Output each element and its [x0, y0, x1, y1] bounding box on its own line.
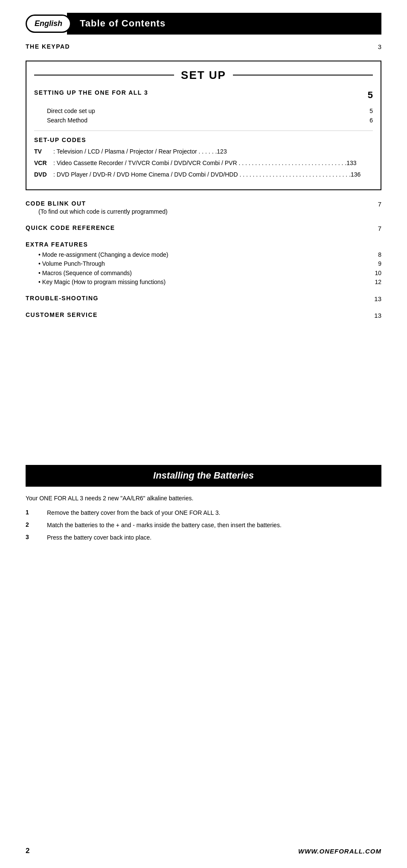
setup-box: SET UP SETTING UP THE ONE FOR ALL 3 5 Di… [26, 61, 381, 190]
search-method-row: Search Method 6 [34, 116, 373, 125]
header-title: Table of Contents [67, 13, 381, 35]
keypad-label: THE KEYPAD [26, 43, 70, 51]
extra-item-page-1: 9 [369, 260, 381, 268]
setup-line-left [34, 75, 174, 75]
extra-item-page-0: 8 [369, 251, 381, 259]
code-blink-sub: (To find out which code is currently pro… [26, 208, 362, 216]
extra-features-title: EXTRA FEATURES [26, 241, 381, 249]
vcr-code-label: VCR [34, 159, 53, 168]
dvd-code-desc: : DVD Player / DVD-R / DVD Home Cinema /… [53, 170, 373, 179]
setup-codes-section: SET-UP CODES TV : Television / LCD / Pla… [34, 131, 373, 179]
extra-item-1: • Volume Punch-Through 9 [26, 260, 381, 268]
extra-item-page-3: 12 [369, 278, 381, 287]
code-blink-label: CODE BLINK OUT [26, 200, 362, 208]
dvd-code-label: DVD [34, 170, 53, 179]
setup-line-right [233, 75, 373, 75]
batteries-step-3: 3 Press the battery cover back into plac… [26, 533, 381, 542]
vcr-code-desc: : Video Cassette Recorder / TV/VCR Combi… [53, 159, 373, 168]
footer-url: WWW.ONEFORALL.COM [298, 847, 381, 856]
extra-item-3: • Key Magic (How to program missing func… [26, 278, 381, 287]
dvd-code-row: DVD : DVD Player / DVD-R / DVD Home Cine… [34, 170, 373, 179]
batteries-section: Installing the Batteries Your ONE FOR AL… [26, 465, 381, 542]
footer: 2 WWW.ONEFORALL.COM [26, 846, 381, 856]
quick-code-page: 7 [371, 224, 381, 233]
code-blink-page: 7 [371, 200, 381, 209]
trouble-shooting-item: TROUBLE-SHOOTING 13 [26, 294, 381, 303]
customer-service-label: CUSTOMER SERVICE [26, 311, 362, 319]
customer-service-left: CUSTOMER SERVICE [26, 311, 362, 319]
extra-features-block: EXTRA FEATURES • Mode re-assignment (Cha… [26, 241, 381, 287]
keypad-line: THE KEYPAD 3 [26, 42, 381, 53]
batteries-step-2: 2 Match the batteries to the + and - mar… [26, 521, 381, 530]
page: English Table of Contents THE KEYPAD 3 S… [0, 0, 407, 868]
batteries-steps: 1 Remove the battery cover from the back… [26, 508, 381, 542]
code-blink-left: CODE BLINK OUT (To find out which code i… [26, 200, 362, 216]
extra-item-2: • Macros (Sequence of commands) 10 [26, 269, 381, 278]
customer-service-item: CUSTOMER SERVICE 13 [26, 311, 381, 320]
direct-code-page: 5 [369, 107, 373, 116]
batteries-intro: Your ONE FOR ALL 3 needs 2 new "AA/LR6" … [26, 494, 381, 503]
step-text-2: Match the batteries to the + and - marks… [47, 521, 381, 530]
extra-item-label-1: • Volume Punch-Through [38, 260, 369, 268]
vcr-code-row: VCR : Video Cassette Recorder / TV/VCR C… [34, 159, 373, 168]
tv-code-desc: : Television / LCD / Plasma / Projector … [53, 147, 373, 156]
footer-page: 2 [26, 846, 29, 856]
customer-service-page: 13 [371, 311, 381, 320]
trouble-shooting-label: TROUBLE-SHOOTING [26, 294, 362, 303]
tv-code-row: TV : Television / LCD / Plasma / Project… [34, 147, 373, 156]
tv-code-label: TV [34, 147, 53, 156]
extra-item-page-2: 10 [369, 269, 381, 278]
quick-code-label: QUICK CODE REFERENCE [26, 224, 362, 232]
extra-item-label-3: • Key Magic (How to program missing func… [38, 278, 369, 287]
batteries-title: Installing the Batteries [26, 465, 381, 487]
step-text-1: Remove the battery cover from the back o… [47, 508, 381, 517]
setting-up-label: SETTING UP THE ONE FOR ALL 3 [34, 89, 148, 102]
trouble-shooting-left: TROUBLE-SHOOTING [26, 294, 362, 303]
search-method-page: 6 [369, 116, 373, 125]
english-badge: English [26, 15, 71, 33]
step-num-2: 2 [26, 521, 47, 529]
direct-code-row: Direct code set up 5 [34, 107, 373, 116]
header: English Table of Contents [26, 13, 381, 35]
extra-item-0: • Mode re-assignment (Changing a device … [26, 251, 381, 259]
step-text-3: Press the battery cover back into place. [47, 533, 381, 542]
quick-code-item: QUICK CODE REFERENCE 7 [26, 224, 381, 233]
step-num-3: 3 [26, 533, 47, 542]
extra-item-label-0: • Mode re-assignment (Changing a device … [38, 251, 369, 259]
quick-code-left: QUICK CODE REFERENCE [26, 224, 362, 232]
step-num-1: 1 [26, 508, 47, 517]
code-blink-item: CODE BLINK OUT (To find out which code i… [26, 200, 381, 216]
trouble-shooting-page: 13 [371, 294, 381, 303]
direct-code-label: Direct code set up [47, 107, 95, 116]
batteries-step-1: 1 Remove the battery cover from the back… [26, 508, 381, 517]
setting-up-row: SETTING UP THE ONE FOR ALL 3 5 [34, 89, 373, 102]
extra-item-label-2: • Macros (Sequence of commands) [38, 269, 369, 278]
setup-title-row: SET UP [34, 67, 373, 83]
keypad-page: 3 [378, 42, 381, 51]
setting-up-page: 5 [368, 89, 373, 102]
setup-title: SET UP [174, 67, 233, 83]
search-method-label: Search Method [47, 116, 87, 125]
setup-codes-title: SET-UP CODES [34, 136, 373, 145]
